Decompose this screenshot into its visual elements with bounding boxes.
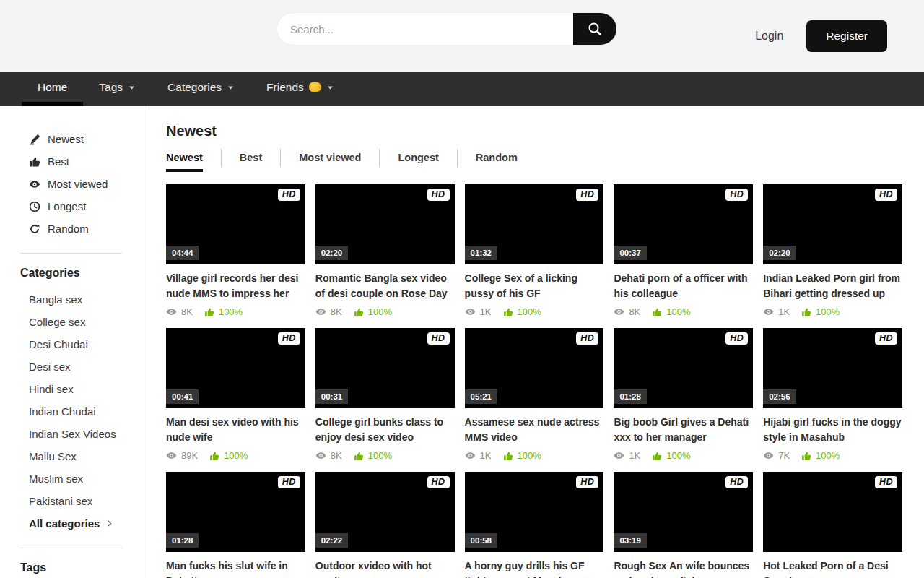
- hd-badge: HD: [278, 332, 300, 345]
- video-thumbnail[interactable]: HD 02:22: [315, 472, 455, 552]
- video-title[interactable]: Outdoor xvideo with hot randi: [315, 558, 455, 578]
- search-button[interactable]: [573, 13, 616, 45]
- sidebar-category-item[interactable]: Indian Sex Videos: [29, 423, 149, 445]
- login-link[interactable]: Login: [755, 30, 783, 43]
- tab-most-viewed[interactable]: Most viewed: [280, 149, 379, 167]
- duration-badge: 05:21: [465, 389, 497, 404]
- video-thumbnail[interactable]: HD 00:31: [315, 328, 455, 408]
- video-thumbnail[interactable]: HD 00:58: [465, 472, 604, 552]
- video-card[interactable]: HD 01:28 Man fucks his slut wife in Deha…: [166, 472, 305, 578]
- video-thumbnail[interactable]: HD 00:41: [166, 328, 305, 408]
- video-thumbnail[interactable]: HD 02:20: [763, 184, 902, 264]
- duration-badge: 00:31: [315, 389, 348, 404]
- chevron-down-icon: [326, 84, 334, 92]
- nav-item-home[interactable]: Home: [22, 72, 83, 106]
- video-card[interactable]: HD 05:21 Assamese sex nude actress MMS v…: [465, 328, 604, 461]
- video-thumbnail[interactable]: HD 01:28: [614, 328, 753, 408]
- all-categories-label: All categories: [29, 517, 100, 530]
- views: 1K: [465, 450, 492, 461]
- tab-best[interactable]: Best: [221, 149, 280, 167]
- sidebar: Newest Best Most viewed Longest Random C…: [0, 106, 149, 578]
- hd-badge: HD: [576, 189, 598, 201]
- video-thumbnail[interactable]: HD 05:21: [465, 328, 604, 408]
- video-title[interactable]: Dehati porn of a officer with his collea…: [614, 271, 753, 301]
- video-title[interactable]: Hot Leaked Porn of a Desi Couple: [763, 558, 902, 578]
- nav-item-categories[interactable]: Categories: [152, 72, 250, 106]
- sidebar-category-item[interactable]: Desi sex: [29, 355, 149, 378]
- thumbs-up-icon: [503, 451, 513, 461]
- video-card[interactable]: HD Hot Leaked Porn of a Desi Couple: [763, 472, 902, 578]
- video-stats: 8K 100%: [166, 306, 305, 317]
- sidebar-item-longest[interactable]: Longest: [29, 195, 149, 217]
- video-title[interactable]: Man fucks his slut wife in Dehati sex: [166, 558, 305, 578]
- sidebar-item-random[interactable]: Random: [29, 217, 149, 240]
- video-title[interactable]: Hijabi girl fucks in the doggy style in …: [763, 415, 902, 445]
- auth-area: Login Register: [755, 0, 887, 72]
- hd-badge: HD: [427, 476, 450, 488]
- sidebar-category-item[interactable]: Mallu Sex: [29, 445, 149, 467]
- sidebar-item-newest[interactable]: Newest: [29, 128, 149, 150]
- sidebar-item-most-viewed[interactable]: Most viewed: [29, 173, 149, 195]
- rating: 100%: [801, 306, 840, 317]
- video-card[interactable]: HD 02:56 Hijabi girl fucks in the doggy …: [763, 328, 902, 461]
- video-thumbnail[interactable]: HD: [763, 472, 902, 552]
- sidebar-item-best[interactable]: Best: [29, 150, 149, 173]
- sort-item-label: Most viewed: [48, 178, 108, 190]
- video-title[interactable]: Village girl records her desi nude MMS t…: [166, 271, 305, 301]
- video-stats: 8K 100%: [614, 306, 753, 317]
- video-card[interactable]: HD 01:32 College Sex of a licking pussy …: [465, 184, 604, 317]
- eye-icon: [465, 450, 476, 461]
- video-title[interactable]: Big boob Girl gives a Dehati xxx to her …: [614, 415, 753, 445]
- page-title: Newest: [166, 123, 902, 139]
- video-card[interactable]: HD 03:19 Rough Sex An wife bounces on he…: [614, 472, 753, 578]
- tab-longest[interactable]: Longest: [379, 149, 456, 167]
- video-thumbnail[interactable]: HD 01:32: [465, 184, 604, 264]
- thumbs-up-icon: [503, 307, 513, 317]
- sidebar-category-item[interactable]: Pakistani sex: [29, 490, 149, 512]
- video-card[interactable]: HD 00:37 Dehati porn of a officer with h…: [614, 184, 753, 317]
- video-thumbnail[interactable]: HD 03:19: [614, 472, 753, 552]
- video-card[interactable]: HD 02:20 Romantic Bangla sex video of de…: [315, 184, 455, 317]
- video-card[interactable]: HD 00:41 Man desi sex video with his nud…: [166, 328, 305, 461]
- search-input[interactable]: [277, 13, 573, 45]
- video-card[interactable]: HD 02:20 Indian Leaked Porn girl from Bi…: [763, 184, 902, 317]
- video-thumbnail[interactable]: HD 00:37: [614, 184, 753, 264]
- video-thumbnail[interactable]: HD 04:44: [166, 184, 305, 264]
- video-card[interactable]: HD 02:22 Outdoor xvideo with hot randi: [315, 472, 455, 578]
- video-thumbnail[interactable]: HD 01:28: [166, 472, 305, 552]
- video-title[interactable]: College Sex of a licking pussy of his GF: [465, 271, 604, 301]
- search-icon: [587, 21, 603, 37]
- video-title[interactable]: Man desi sex video with his nude wife: [166, 415, 305, 445]
- video-card[interactable]: HD 00:58 A horny guy drills his GF tight…: [465, 472, 604, 578]
- tab-random[interactable]: Random: [457, 149, 536, 167]
- video-title[interactable]: A horny guy drills his GF tight pussy at…: [465, 558, 604, 578]
- sidebar-category-item[interactable]: College sex: [29, 311, 149, 333]
- rating-value: 100%: [816, 306, 840, 317]
- video-title[interactable]: Assamese sex nude actress MMS video: [465, 415, 604, 445]
- video-card[interactable]: HD 04:44 Village girl records her desi n…: [166, 184, 305, 317]
- sidebar-category-item[interactable]: Hindi sex: [29, 378, 149, 400]
- video-title[interactable]: College girl bunks class to enjoy desi s…: [315, 415, 455, 445]
- sidebar-category-item[interactable]: Bangla sex: [29, 288, 149, 311]
- sidebar-category-item[interactable]: Muslim sex: [29, 467, 149, 490]
- nav-item-label: Tags: [99, 81, 123, 94]
- video-card[interactable]: HD 00:31 College girl bunks class to enj…: [315, 328, 455, 461]
- sidebar-category-item[interactable]: Indian Chudai: [29, 400, 149, 423]
- tab-newest[interactable]: Newest: [166, 149, 221, 167]
- sidebar-item-all-categories[interactable]: All categories: [29, 512, 149, 535]
- video-title[interactable]: Indian Leaked Porn girl from Bihari gett…: [763, 271, 902, 301]
- register-button[interactable]: Register: [806, 20, 887, 52]
- video-thumbnail[interactable]: HD 02:20: [315, 184, 455, 264]
- sidebar-category-item[interactable]: Desi Chudai: [29, 333, 149, 355]
- nav-item-tags[interactable]: Tags: [83, 72, 152, 106]
- hd-badge: HD: [278, 189, 300, 201]
- thumbs-up-icon: [354, 451, 364, 461]
- nav-item-friends[interactable]: Friends: [250, 72, 350, 106]
- video-card[interactable]: HD 01:28 Big boob Girl gives a Dehati xx…: [614, 328, 753, 461]
- main-nav: Home Tags Categories Friends: [0, 72, 924, 106]
- nav-item-label: Friends: [266, 81, 304, 94]
- video-thumbnail[interactable]: HD 02:56: [763, 328, 902, 408]
- video-title[interactable]: Romantic Bangla sex video of desi couple…: [315, 271, 455, 301]
- rating-value: 100%: [518, 450, 541, 461]
- video-title[interactable]: Rough Sex An wife bounces on her devar d…: [614, 558, 753, 578]
